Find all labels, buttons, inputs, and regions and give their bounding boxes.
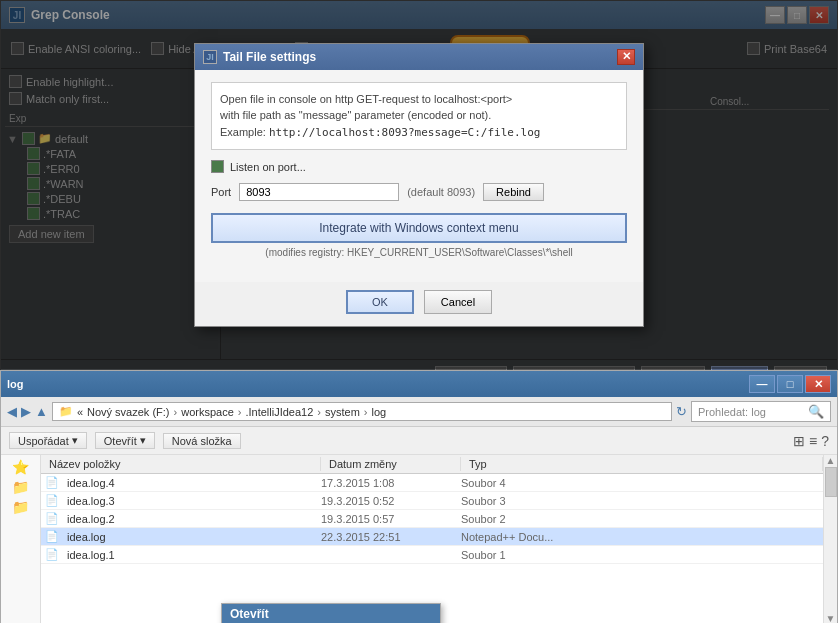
breadcrumb-workspace: workspace [181,406,234,418]
breadcrumb-novy-svazek: Nový svazek (F:) [87,406,170,418]
port-label: Port [211,186,231,198]
search-icon: 🔍 [808,404,824,419]
view-toggle-icon[interactable]: ⊞ [793,433,805,449]
back-button[interactable]: ◀ [7,404,17,419]
col-name-header[interactable]: Název položky [41,457,321,471]
breadcrumb-intellij: .IntelliJIdea12 [245,406,313,418]
port-default-text: (default 8093) [407,186,475,198]
file-date-0: 17.3.2015 1:08 [321,477,461,489]
modal-ok-button[interactable]: OK [346,290,414,314]
fe-toolbar: Uspořádat ▾ Otevřít ▾ Nová složka ⊞ ≡ ? [1,427,837,455]
modal-title-bar: JI Tail File settings ✕ [195,44,643,70]
breadcrumb-part0: « [77,406,83,418]
modal-title-icon: JI [203,50,217,64]
fe-minimize-button[interactable]: — [749,375,775,393]
refresh-button[interactable]: ↻ [676,404,687,419]
view-list-icon[interactable]: ≡ [809,433,817,449]
file-name-0: idea.log.4 [65,477,321,489]
file-row-1[interactable]: 📄 idea.log.3 19.3.2015 0:52 Soubor 3 [41,492,823,510]
search-placeholder: Prohledat: log [698,406,766,418]
listen-checkbox[interactable] [211,160,224,173]
file-type-2: Soubor 2 [461,513,823,525]
scroll-up-button[interactable]: ▲ [824,455,837,466]
file-icon-4: 📄 [45,548,65,561]
breadcrumb-icon: 📁 [59,405,73,418]
new-folder-button[interactable]: Nová složka [163,433,241,449]
breadcrumb-log: log [372,406,387,418]
fe-title-bar: log — □ ✕ [1,371,837,397]
fe-title: log [7,378,24,390]
fe-title-controls: — □ ✕ [749,375,831,393]
folder-nav-icon: 📁 [12,479,29,495]
organize-chevron: ▾ [72,434,78,447]
fe-maximize-button[interactable]: □ [777,375,803,393]
modal-close-button[interactable]: ✕ [617,49,635,65]
file-row-0[interactable]: 📄 idea.log.4 17.3.2015 1:08 Soubor 4 [41,474,823,492]
grep-console-window: JI Grep Console — □ ✕ Enable ANSI colori… [0,0,838,623]
file-icon-1: 📄 [45,494,65,507]
modal-overlay: JI Tail File settings ✕ Open file in con… [1,1,837,369]
file-type-1: Soubor 3 [461,495,823,507]
file-explorer-window: log — □ ✕ ◀ ▶ ▲ 📁 « Nový svazek (F:) › w… [0,370,838,623]
file-date-3: 22.3.2015 22:51 [321,531,461,543]
port-row: Port (default 8093) Rebind [211,183,627,201]
modal-footer: OK Cancel [195,282,643,326]
help-icon[interactable]: ? [821,433,829,449]
file-row-3[interactable]: 📄 idea.log 22.3.2015 22:51 Notepad++ Doc… [41,528,823,546]
fe-file-list: Název položky Datum změny Typ 📄 idea.log… [41,455,823,623]
modal-cancel-button[interactable]: Cancel [424,290,492,314]
file-icon-3: 📄 [45,530,65,543]
organize-button[interactable]: Uspořádat ▾ [9,432,87,449]
listen-on-port-label: Listen on port... [230,161,306,173]
fe-close-button[interactable]: ✕ [805,375,831,393]
modal-desc-line2: with file path as "message" parameter (e… [220,107,618,124]
up-button[interactable]: ▲ [35,404,48,419]
fe-address-bar: ◀ ▶ ▲ 📁 « Nový svazek (F:) › workspace ›… [1,397,837,427]
file-row-2[interactable]: 📄 idea.log.2 19.3.2015 0:57 Soubor 2 [41,510,823,528]
integrate-button[interactable]: Integrate with Windows context menu [211,213,627,243]
file-name-1: idea.log.3 [65,495,321,507]
scroll-track [824,498,837,613]
listen-on-port-row: Listen on port... [211,160,627,173]
fe-scrollbar[interactable]: ▲ ▼ [823,455,837,623]
example-url: http://localhost:8093?message=C:/file.lo… [269,126,541,139]
file-icon-0: 📄 [45,476,65,489]
file-type-0: Soubor 4 [461,477,823,489]
context-menu-header: Otevřít [222,604,440,623]
address-breadcrumb[interactable]: 📁 « Nový svazek (F:) › workspace › .Inte… [52,402,672,421]
file-type-3: Notepad++ Docu... [461,531,823,543]
file-row-4[interactable]: 📄 idea.log.1 Soubor 1 [41,546,823,564]
fe-main: ⭐ 📁 📁 Název položky Datum změny Typ 📄 id… [1,455,837,623]
file-name-3: idea.log [65,531,321,543]
file-name-2: idea.log.2 [65,513,321,525]
modal-body: Open file in console on http GET-request… [195,70,643,283]
col-date-header[interactable]: Datum změny [321,457,461,471]
modal-desc-example: Example: http://localhost:8093?message=C… [220,124,618,142]
star-icon: ⭐ [12,459,29,475]
fe-icon-buttons: ⊞ ≡ ? [793,433,829,449]
registry-note: (modifies registry: HKEY_CURRENT_USER\So… [211,247,627,258]
col-type-header[interactable]: Typ [461,457,823,471]
tail-settings-dialog: JI Tail File settings ✕ Open file in con… [194,43,644,328]
context-menu: Otevřít Open in IntelliJ IDEA console Op… [221,603,441,623]
file-date-1: 19.3.2015 0:52 [321,495,461,507]
file-type-4: Soubor 1 [461,549,823,561]
modal-desc-line1: Open file in console on http GET-request… [220,91,618,108]
breadcrumb-system: system [325,406,360,418]
scroll-down-button[interactable]: ▼ [824,613,837,623]
file-name-4: idea.log.1 [65,549,321,561]
modal-title: Tail File settings [223,50,316,64]
example-label: Example: [220,126,266,138]
modal-description: Open file in console on http GET-request… [211,82,627,151]
file-date-2: 19.3.2015 0:57 [321,513,461,525]
folder-nav-icon2: 📁 [12,499,29,515]
forward-button[interactable]: ▶ [21,404,31,419]
port-input[interactable] [239,183,399,201]
rebind-button[interactable]: Rebind [483,183,544,201]
fe-list-header: Název položky Datum změny Typ [41,455,823,474]
open-button[interactable]: Otevřít ▾ [95,432,155,449]
search-box[interactable]: Prohledat: log 🔍 [691,401,831,422]
scroll-thumb[interactable] [825,467,837,497]
open-chevron: ▾ [140,434,146,447]
file-icon-2: 📄 [45,512,65,525]
